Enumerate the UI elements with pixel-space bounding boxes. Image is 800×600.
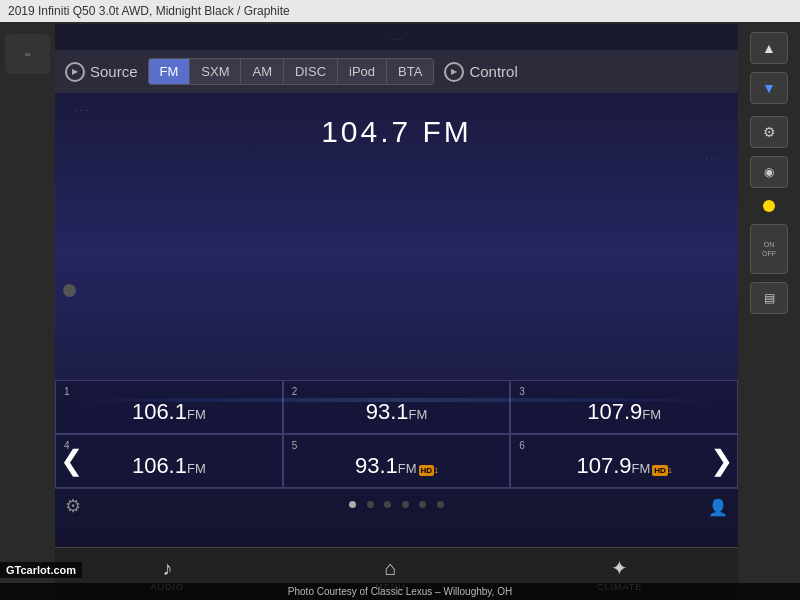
page-title-bar: 2019 Infiniti Q50 3.0t AWD, Midnight Bla… [0,0,800,22]
control-icon: ▶ [444,62,464,82]
preset-freq-4: 106.1FM [64,453,274,479]
tab-sxm[interactable]: SXM [190,59,241,84]
yellow-indicator [763,200,775,212]
on-off-btn[interactable]: ON OFF [750,224,788,274]
dot-3 [384,501,391,508]
frequency-value: 104.7 FM [321,115,472,148]
dot-4 [402,501,409,508]
preset-freq-5: 93.1FMHD1 [292,453,502,479]
source-icon: ▶ [65,62,85,82]
preset-cell-6[interactable]: 6 107.9FMHD1 [510,434,738,488]
preset-num-1: 1 [64,386,70,397]
preset-cell-5[interactable]: 5 93.1FMHD1 [283,434,511,488]
tab-bta[interactable]: BTA [387,59,433,84]
dot-1 [349,501,356,508]
preset-cell-3[interactable]: 3 107.9FM [510,380,738,434]
preset-cell-4[interactable]: 4 106.1FM [55,434,283,488]
tab-ipod[interactable]: iPod [338,59,387,84]
preset-freq-6: 107.9FMHD1 [519,453,729,479]
preset-num-5: 5 [292,440,298,451]
frequency-display: 104.7 FM [55,93,738,164]
profile-icon: 👤 [708,498,728,517]
preset-cell-2[interactable]: 2 93.1FM [283,380,511,434]
gtcarlot-logo: GTcarlot.com [0,562,82,578]
audio-icon: ♪ [162,557,172,580]
left-top-label: ∞ [25,50,31,59]
up-arrow-btn[interactable]: ▲ [750,32,788,64]
right-control-2[interactable]: ◉ [750,156,788,188]
climate-icon: ✦ [611,556,628,580]
dot-5 [419,501,426,508]
content-area: ∞ · · · ▶ Source FM [0,24,800,600]
top-dots: · · · [391,35,402,44]
preset-num-3: 3 [519,386,525,397]
main-wrapper: 2019 Infiniti Q50 3.0t AWD, Midnight Bla… [0,0,800,600]
right-panel: ▲ ▼ ⚙ ◉ ON OFF ▤ [738,24,800,600]
preset-freq-1: 106.1FM [64,399,274,425]
page-dots [55,488,738,517]
control-label: Control [469,63,517,80]
tab-disc[interactable]: DISC [284,59,338,84]
preset-grid: 1 106.1FM 2 93.1FM 3 [55,380,738,488]
dot-6 [437,501,444,508]
page-title: 2019 Infiniti Q50 3.0t AWD, Midnight Bla… [8,4,290,18]
left-indicator [63,284,76,297]
source-label: Source [90,63,138,80]
preset-freq-2: 93.1FM [292,399,502,425]
preset-num-2: 2 [292,386,298,397]
tab-am[interactable]: AM [241,59,284,84]
right-settings-btn[interactable]: ⚙ [750,116,788,148]
preset-num-6: 6 [519,440,525,451]
nav-left-arrow[interactable]: ❮ [60,444,83,477]
screen-top: · · · [55,24,738,50]
photo-credit: Photo Courtesy of Classic Lexus – Willou… [0,583,800,600]
small-dots-right: · · · [705,153,718,163]
left-panel: ∞ [0,24,55,600]
right-control-3[interactable]: ▤ [750,282,788,314]
control-button[interactable]: ▶ Control [444,62,517,82]
tab-group: FM SXM AM DISC iPod BTA [148,58,435,85]
tab-fm[interactable]: FM [149,59,191,84]
nav-right-arrow[interactable]: ❯ [710,444,733,477]
small-dots-topleft: · · · [75,105,88,115]
screen-header: ▶ Source FM SXM AM DISC [55,50,738,93]
source-button[interactable]: ▶ Source [65,62,138,82]
preset-freq-3: 107.9FM [519,399,729,425]
hd-badge-5: HD [419,465,435,476]
hd-badge-6: HD [652,465,668,476]
center-screen: · · · ▶ Source FM SXM [55,24,738,600]
left-top-control: ∞ [5,34,50,74]
preset-section: 1 106.1FM 2 93.1FM 3 [55,380,738,517]
settings-icon[interactable]: ⚙ [65,495,81,517]
screen-main: · · · · · · 104.7 FM ❮ ❯ [55,93,738,547]
menu-icon: ⌂ [385,557,397,580]
dot-2 [367,501,374,508]
down-arrow-btn[interactable]: ▼ [750,72,788,104]
preset-cell-1[interactable]: 1 106.1FM [55,380,283,434]
